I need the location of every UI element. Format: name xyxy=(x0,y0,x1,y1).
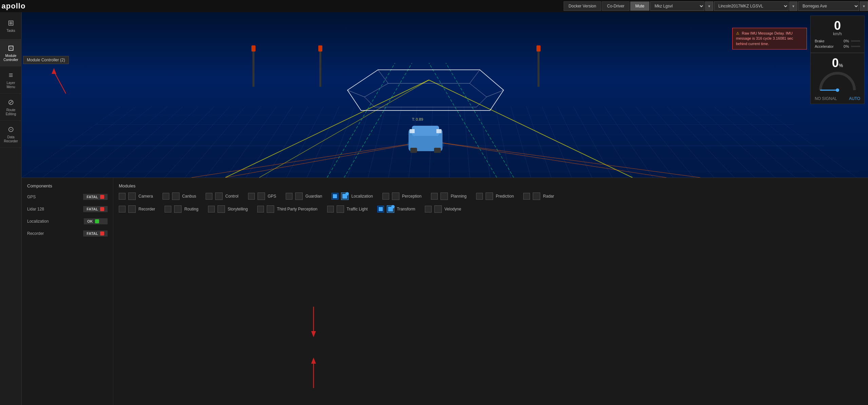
module-label-routing: Routing xyxy=(184,207,198,211)
module-checkbox-routing[interactable] xyxy=(165,206,171,212)
gauge-unit: % xyxy=(839,63,843,68)
module-item-localization[interactable]: Localization xyxy=(332,193,373,200)
module-item-perception[interactable]: Perception xyxy=(382,193,421,200)
lidar-status-text: FATAL xyxy=(87,207,98,211)
module-checkbox-third-party-perception[interactable] xyxy=(257,206,264,212)
module-checkbox-guardian[interactable] xyxy=(286,193,293,200)
component-row-recorder: Recorder FATAL xyxy=(27,229,108,238)
module-checkbox-recorder[interactable] xyxy=(119,206,126,212)
sidebar-item-tasks[interactable]: ⊞ Tasks xyxy=(0,12,22,39)
module-item-traffic-light[interactable]: Traffic Light xyxy=(327,205,368,213)
sidebar-data-recorder-label: DataRecorder xyxy=(4,135,18,143)
docker-version-button[interactable]: Docker Version xyxy=(564,1,601,11)
module-item-guardian[interactable]: Guardian xyxy=(286,193,322,200)
location-select[interactable]: Borregas Ave xyxy=(798,1,859,11)
mute-button[interactable]: Mute xyxy=(630,1,649,11)
module-checkbox-storytelling[interactable] xyxy=(208,206,215,212)
sidebar-item-layer-menu[interactable]: ≡ LayerMenu xyxy=(0,66,22,94)
modules-section: Modules Camera Canbus Control GPS xyxy=(113,178,868,405)
speed-unit: km/h xyxy=(815,32,860,36)
module-item-routing[interactable]: Routing xyxy=(165,205,198,213)
module-item-control[interactable]: Control xyxy=(206,193,239,200)
localization-toggle-fill xyxy=(333,194,337,198)
svg-rect-18 xyxy=(251,45,256,52)
module-label-camera: Camera xyxy=(138,194,153,199)
telemetry-gauge-panel: 0 % NO SIGNAL AUTO xyxy=(810,53,865,104)
module-indicator-traffic-light xyxy=(337,205,344,213)
module-label-velodyne: Velodyne xyxy=(445,207,461,211)
components-section: Components GPS FATAL Lidar 128 FATAL Loc… xyxy=(22,178,113,405)
location-chevron[interactable]: ▼ xyxy=(860,1,868,11)
component-row-localization: Localization OK xyxy=(27,217,108,226)
svg-marker-32 xyxy=(52,68,56,74)
svg-point-34 xyxy=(836,88,839,92)
module-checkbox-velodyne[interactable] xyxy=(425,206,432,212)
module-checkbox-prediction[interactable] xyxy=(476,193,483,200)
svg-marker-11 xyxy=(347,70,504,110)
module-checkbox-transform[interactable] xyxy=(377,206,384,212)
telemetry-bars: Brake 0% Accelerator 0% xyxy=(815,39,860,48)
module-checkbox-planning[interactable] xyxy=(431,193,438,200)
top-bar-controls: Docker Version Co-Driver Mute Mkz Lgsvl … xyxy=(564,1,868,11)
sidebar-item-route-editing[interactable]: ⊘ RouteEditing xyxy=(0,94,22,121)
module-item-radar[interactable]: Radar xyxy=(523,193,554,200)
modules-row-1: Camera Canbus Control GPS Guardian xyxy=(119,193,863,200)
module-item-canbus[interactable]: Canbus xyxy=(163,193,196,200)
module-checkbox-control[interactable] xyxy=(206,193,212,200)
bottom-panel: Components GPS FATAL Lidar 128 FATAL Loc… xyxy=(22,178,868,405)
module-label-guardian: Guardian xyxy=(305,194,322,199)
recorder-status-dot xyxy=(100,231,104,236)
telemetry-signal-row: NO SIGNAL AUTO xyxy=(815,96,860,101)
component-gps-status: FATAL xyxy=(83,194,108,200)
svg-rect-19 xyxy=(319,46,321,87)
route-editing-icon: ⊘ xyxy=(8,98,14,107)
module-item-camera[interactable]: Camera xyxy=(119,193,153,200)
component-localization-name: Localization xyxy=(27,219,58,224)
localization-status-text: OK xyxy=(87,219,93,223)
module-checkbox-traffic-light[interactable] xyxy=(327,206,334,212)
component-gps-name: GPS xyxy=(27,195,58,199)
vehicle-model-full-chevron[interactable]: ▼ xyxy=(789,1,797,11)
localization-led xyxy=(345,192,349,196)
svg-rect-21 xyxy=(537,46,540,87)
module-indicator-routing xyxy=(174,205,182,213)
layer-menu-icon: ≡ xyxy=(9,71,13,80)
auto-label[interactable]: AUTO xyxy=(849,96,860,101)
module-indicator-localization xyxy=(341,193,348,200)
module-item-storytelling[interactable]: Storytelling xyxy=(208,205,248,213)
module-indicator-transform xyxy=(387,205,394,213)
codriver-button[interactable]: Co-Driver xyxy=(602,1,629,11)
module-item-transform[interactable]: Transform xyxy=(377,205,415,213)
sidebar-item-data-recorder[interactable]: ⊙ DataRecorder xyxy=(0,121,22,148)
vehicle-model-full-select[interactable]: Lincoln2017MKZ LGSVL xyxy=(714,1,789,11)
module-checkbox-gps[interactable] xyxy=(248,193,255,200)
top-bar: apollo Docker Version Co-Driver Mute Mkz… xyxy=(0,0,868,12)
sidebar-route-editing-label: RouteEditing xyxy=(6,108,16,116)
module-label-planning: Planning xyxy=(451,194,467,199)
svg-marker-38 xyxy=(311,358,316,364)
module-item-prediction[interactable]: Prediction xyxy=(476,193,514,200)
module-indicator-gps xyxy=(258,193,265,200)
module-checkbox-camera[interactable] xyxy=(119,193,126,200)
module-item-gps[interactable]: GPS xyxy=(248,193,276,200)
vehicle-model-chevron[interactable]: ▼ xyxy=(705,1,713,11)
recorder-status-text: FATAL xyxy=(87,231,98,236)
module-controller-tooltip: Module Controller (2) xyxy=(23,56,69,64)
module-item-planning[interactable]: Planning xyxy=(431,193,467,200)
module-item-third-party-perception[interactable]: Third Party Perception xyxy=(257,205,317,213)
component-row-gps: GPS FATAL xyxy=(27,193,108,201)
module-indicator-recorder xyxy=(128,205,136,213)
module-indicator-prediction xyxy=(486,193,493,200)
module-item-recorder[interactable]: Recorder xyxy=(119,205,155,213)
module-checkbox-radar[interactable] xyxy=(523,193,530,200)
gauge-area xyxy=(815,72,860,94)
module-label-radar: Radar xyxy=(543,194,554,199)
svg-line-13 xyxy=(378,70,388,83)
sidebar-item-module-controller[interactable]: ⊡ ModuleController xyxy=(0,39,22,66)
module-checkbox-perception[interactable] xyxy=(382,193,389,200)
module-checkbox-canbus[interactable] xyxy=(163,193,169,200)
vehicle-model-select[interactable]: Mkz Lgsvl xyxy=(650,1,704,11)
grid-overlay xyxy=(22,106,868,178)
module-item-velodyne[interactable]: Velodyne xyxy=(425,205,461,213)
module-checkbox-localization[interactable] xyxy=(332,193,338,200)
